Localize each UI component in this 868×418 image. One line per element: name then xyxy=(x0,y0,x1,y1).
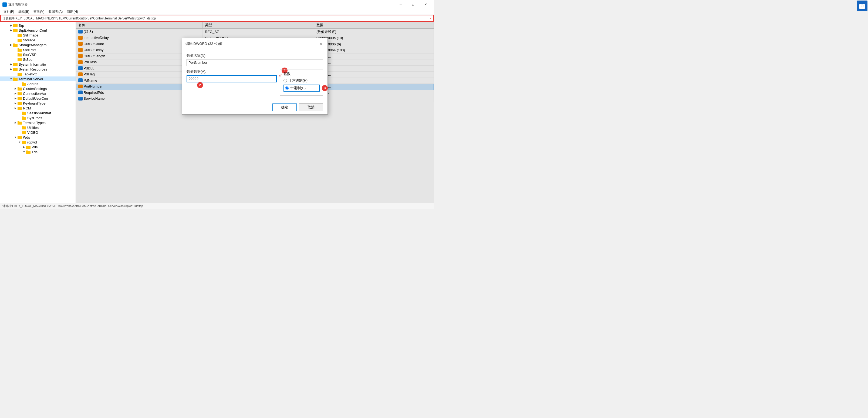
tree-item-rdpwd[interactable]: ▼ rdpwd xyxy=(0,140,75,145)
menu-bar: 文件(F) 编辑(E) 查看(V) 收藏夹(A) 帮助(H) xyxy=(0,9,434,15)
tree-item-storport[interactable]: ▶ StorPort xyxy=(0,47,75,52)
tree-label-terminaltypes: TerminalTypes xyxy=(23,121,45,125)
dialog-footer: 确定 取消 xyxy=(182,100,328,114)
tree-item-wds[interactable]: ▼ Wds xyxy=(0,135,75,140)
tree-item-keyboardtype[interactable]: ▶ KeyboardType xyxy=(0,101,75,106)
hex-radio[interactable] xyxy=(283,79,287,82)
folder-icon-tds xyxy=(26,150,31,154)
expand-rdpwd[interactable]: ▼ xyxy=(18,140,22,144)
cancel-button[interactable]: 取消 xyxy=(299,103,323,111)
tree-item-storvsp[interactable]: ▶ StorVSP xyxy=(0,52,75,57)
expand-cluster[interactable]: ▶ xyxy=(13,86,18,91)
menu-file[interactable]: 文件(F) xyxy=(1,9,16,14)
edit-dword-dialog[interactable]: 编辑 DWORD (32 位)值 ✕ 数值名称(N): 数值数据(V): xyxy=(182,38,328,115)
folder-icon-storage xyxy=(18,38,22,42)
expand-srp[interactable]: ▶ xyxy=(9,23,13,28)
tree-item-srp-ext[interactable]: ▶ SrpExtensionConf xyxy=(0,28,75,33)
title-bar: 注册表编辑器 ─ □ ✕ xyxy=(0,0,434,9)
tree-label-storage: Storage xyxy=(23,38,35,42)
folder-icon-defaultuser xyxy=(18,96,22,100)
dialog-close-button[interactable]: ✕ xyxy=(318,40,324,47)
expand-sysinfo[interactable]: ▶ xyxy=(9,62,13,66)
expand-rcm[interactable]: ▶ xyxy=(13,106,18,110)
hex-radio-label[interactable]: 十六进制(H) xyxy=(283,78,320,83)
tree-item-tds[interactable]: ▼ Tds xyxy=(0,149,75,154)
expand-terminaltypes[interactable]: ▶ xyxy=(13,120,18,125)
expand-connhar[interactable]: ▶ xyxy=(13,91,18,96)
tree-label-addins: AddIns xyxy=(27,82,38,86)
value-data-input[interactable] xyxy=(187,75,277,82)
dialog-overlay: 编辑 DWORD (32 位)值 ✕ 数值名称(N): 数值数据(V): xyxy=(76,22,434,203)
tree-item-sessionarb[interactable]: ▶ SessionArbitrat xyxy=(0,111,75,115)
tree-item-terminal-server[interactable]: ▼ Terminal Server xyxy=(0,77,75,81)
expand-stormanage[interactable]: ▶ xyxy=(9,43,13,47)
expand-sysres[interactable]: ▶ xyxy=(9,67,13,71)
expand-terminal-server[interactable]: ▼ xyxy=(9,77,13,81)
tree-item-terminaltypes[interactable]: ▶ TerminalTypes xyxy=(0,120,75,125)
tree-label-tabletpc: TabletPC xyxy=(23,72,37,76)
menu-help[interactable]: 帮助(H) xyxy=(65,9,80,14)
tree-item-addins[interactable]: ▶ AddIns xyxy=(0,81,75,86)
tree-item-sysres[interactable]: ▶ SystemResources xyxy=(0,67,75,71)
maximize-button[interactable]: □ xyxy=(407,0,419,9)
menu-view[interactable]: 查看(V) xyxy=(31,9,46,14)
tree-panel[interactable]: ▶ Srp ▶ SrpExtensionConf ▶ StillImage xyxy=(0,22,76,203)
folder-icon-stsec xyxy=(18,57,22,62)
dec-radio[interactable] xyxy=(285,86,289,90)
value-data-row: 数值数据(V): 4 ↙ 基数 xyxy=(187,69,323,96)
folder-icon-srp xyxy=(13,23,18,28)
tree-label-video: VIDEO xyxy=(27,130,38,135)
tree-item-connectionhar[interactable]: ▶ ConnectionHar xyxy=(0,91,75,96)
expand-srp-ext[interactable]: ▶ xyxy=(9,28,13,32)
tree-label-stillimage: StillImage xyxy=(23,33,38,37)
tree-label-sysres: SystemResources xyxy=(19,67,47,71)
tree-label-stsec: StSec xyxy=(23,58,32,62)
expand-tds[interactable]: ▼ xyxy=(22,150,26,154)
folder-icon-tabletpc xyxy=(18,72,22,76)
tree-item-tabletpc[interactable]: ▶ TabletPC xyxy=(0,71,75,77)
tree-item-sysprocs[interactable]: ▶ SysProcs xyxy=(0,115,75,120)
tree-label-wds: Wds xyxy=(23,136,30,140)
folder-icon-sysres xyxy=(13,67,18,71)
tree-item-defaultusercon[interactable]: ▶ DefaultUserCon xyxy=(0,96,75,101)
tree-item-sysinfo[interactable]: ▶ SystemInformatio xyxy=(0,62,75,67)
tree-item-pds[interactable]: ▶ Pds xyxy=(0,145,75,149)
tree-item-rcm[interactable]: ▶ RCM xyxy=(0,106,75,111)
dialog-title: 编辑 DWORD (32 位)值 xyxy=(185,41,222,46)
value-data-label: 数值数据(V): xyxy=(187,69,277,74)
tree-item-utilities[interactable]: ▶ Utilities xyxy=(0,125,75,130)
tree-label-terminal-server: Terminal Server xyxy=(19,77,43,81)
dialog-title-bar: 编辑 DWORD (32 位)值 ✕ xyxy=(182,38,328,49)
tree-label-rdpwd: rdpwd xyxy=(27,140,37,144)
tree-item-stormanage[interactable]: ▶ StorageManagem xyxy=(0,42,75,47)
expand-defaultuser[interactable]: ▶ xyxy=(13,96,18,100)
arrow-3: ← xyxy=(318,86,323,91)
expand-pds[interactable]: ▶ xyxy=(22,145,26,149)
ok-button[interactable]: 确定 xyxy=(272,103,297,111)
tree-item-clustersettings[interactable]: ▶ ClusterSettings xyxy=(0,86,75,91)
tree-label-pds: Pds xyxy=(32,145,37,149)
main-content: ▶ Srp ▶ SrpExtensionConf ▶ StillImage xyxy=(0,22,434,203)
folder-icon-connhar xyxy=(18,91,22,96)
tree-label-utilities: Utilities xyxy=(27,126,39,130)
dec-radio-label[interactable]: 十进制(D) 3 ← xyxy=(283,85,320,92)
expand-keyboard[interactable]: ▶ xyxy=(13,101,18,106)
tree-item-video[interactable]: ▶ VIDEO xyxy=(0,130,75,135)
expand-wds[interactable]: ▼ xyxy=(13,135,18,140)
tree-label-tds: Tds xyxy=(32,150,37,154)
tree-item-storage[interactable]: ▶ Storage xyxy=(0,37,75,42)
tree-item-srp[interactable]: ▶ Srp xyxy=(0,23,75,28)
folder-icon-stormanage xyxy=(13,43,18,47)
tree-label-sessionarb: SessionArbitrat xyxy=(27,111,51,115)
minimize-button[interactable]: ─ xyxy=(395,0,407,9)
folder-icon-rcm xyxy=(18,106,22,110)
tree-item-stillimage[interactable]: ▶ StillImage xyxy=(0,33,75,37)
tree-label-storvsp: StorVSP xyxy=(23,53,36,57)
app-icon xyxy=(2,2,7,7)
menu-favorites[interactable]: 收藏夹(A) xyxy=(46,9,65,14)
tree-item-stsec[interactable]: ▶ StSec xyxy=(0,57,75,62)
value-name-input[interactable] xyxy=(187,59,323,66)
menu-edit[interactable]: 编辑(E) xyxy=(16,9,31,14)
close-button[interactable]: ✕ xyxy=(419,0,432,9)
annotation-1: ← 1 xyxy=(429,16,434,22)
